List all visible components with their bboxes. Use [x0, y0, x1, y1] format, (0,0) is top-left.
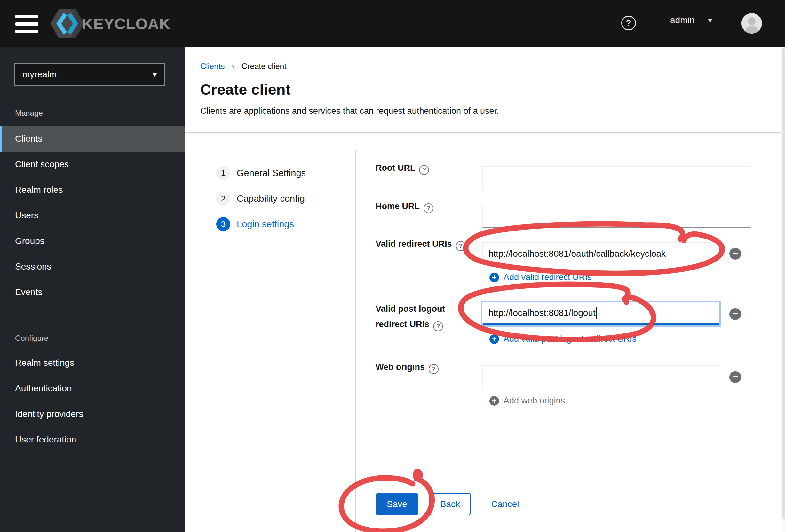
- login-settings-form: Root URL? Home URL? Valid redirect URIs?…: [376, 133, 781, 532]
- breadcrumb-separator-icon: ›: [232, 61, 234, 71]
- sidebar-item-realm-settings[interactable]: Realm settings: [0, 350, 185, 376]
- remove-post-logout-uri-button[interactable]: −: [729, 308, 741, 320]
- add-web-origins-link[interactable]: + Add web origins: [489, 396, 565, 406]
- plus-icon: +: [489, 335, 499, 344]
- remove-web-origin-button[interactable]: −: [729, 371, 741, 383]
- wizard-form-divider: [355, 150, 356, 532]
- step-label: Login settings: [237, 219, 294, 230]
- scrollbar-track[interactable]: [781, 47, 785, 532]
- brand-wordmark: KEYCLOAK: [82, 15, 171, 33]
- step-number: 3: [216, 217, 230, 231]
- hamburger-menu-icon[interactable]: [15, 15, 39, 33]
- valid-post-logout-redirect-uris-input[interactable]: http://localhost:8081/logout: [482, 302, 719, 325]
- sidebar-item-authentication[interactable]: Authentication: [0, 376, 185, 401]
- keycloak-admin-console: KEYCLOAK ? admin ▾ myrealm ▾ Manage Clie…: [0, 0, 785, 532]
- remove-redirect-uri-button[interactable]: −: [729, 248, 741, 260]
- sidebar-item-sessions[interactable]: Sessions: [0, 254, 185, 280]
- nav-group-configure-label: Configure: [15, 334, 48, 343]
- keycloak-logo: KEYCLOAK: [48, 6, 171, 42]
- step-label: General Settings: [237, 168, 306, 178]
- sidebar-item-client-scopes[interactable]: Client scopes: [0, 152, 185, 177]
- chevron-down-icon: ▾: [708, 15, 712, 25]
- main-content: Clients › Create client Create client Cl…: [185, 47, 781, 532]
- wizard-step-general-settings[interactable]: 1 General Settings: [216, 166, 306, 180]
- user-dropdown[interactable]: admin ▾: [670, 15, 712, 25]
- web-origins-input[interactable]: [482, 366, 719, 389]
- realm-name: myrealm: [22, 70, 57, 80]
- keycloak-logo-icon: [48, 7, 86, 40]
- root-url-input[interactable]: [482, 166, 751, 189]
- sidebar: myrealm ▾ Manage Clients Client scopes R…: [0, 47, 185, 532]
- avatar[interactable]: [741, 13, 762, 33]
- sidebar-item-events[interactable]: Events: [0, 280, 185, 305]
- nav-group-manage-label: Manage: [15, 109, 43, 118]
- help-icon[interactable]: ?: [456, 241, 466, 251]
- page-title: Create client: [200, 81, 290, 98]
- valid-post-logout-redirect-uris-label: Valid post logout redirect URIs?: [376, 301, 475, 332]
- home-url-label: Home URL?: [376, 198, 475, 214]
- home-url-input[interactable]: [482, 205, 751, 228]
- sidebar-item-groups[interactable]: Groups: [0, 228, 185, 254]
- page-subtitle: Clients are applications and services th…: [200, 106, 499, 116]
- help-icon[interactable]: ?: [419, 165, 429, 175]
- nav-manage: Clients Client scopes Realm roles Users …: [0, 126, 185, 305]
- sidebar-item-realm-roles[interactable]: Realm roles: [0, 177, 185, 203]
- masthead: KEYCLOAK ? admin ▾: [0, 0, 785, 47]
- form-actions: Save Back Cancel: [376, 493, 781, 515]
- chevron-down-icon: ▾: [153, 70, 157, 80]
- username-label: admin: [670, 15, 694, 25]
- add-valid-post-logout-redirect-uris-link[interactable]: + Add valid post logout redirect URIs: [489, 334, 637, 344]
- step-number: 1: [216, 166, 230, 180]
- text-cursor: [596, 307, 597, 319]
- sidebar-item-identity-providers[interactable]: Identity providers: [0, 401, 185, 427]
- root-url-label: Root URL?: [376, 160, 475, 176]
- valid-redirect-uris-label: Valid redirect URIs?: [376, 236, 475, 251]
- avatar-person-icon: [741, 13, 762, 33]
- nav-configure: Realm settings Authentication Identity p…: [0, 350, 185, 452]
- valid-redirect-uris-input[interactable]: http://localhost:8081/oauth/callback/key…: [482, 242, 719, 265]
- sidebar-item-users[interactable]: Users: [0, 203, 185, 228]
- plus-icon: +: [489, 396, 499, 406]
- save-button[interactable]: Save: [376, 493, 418, 515]
- back-button[interactable]: Back: [429, 493, 471, 515]
- help-icon[interactable]: ?: [429, 364, 438, 374]
- page-header: Clients › Create client Create client Cl…: [185, 47, 781, 133]
- step-number: 2: [216, 191, 230, 206]
- breadcrumb-clients-link[interactable]: Clients: [200, 62, 225, 71]
- plus-icon: +: [489, 273, 499, 282]
- wizard-step-login-settings[interactable]: 3 Login settings: [216, 217, 294, 231]
- cancel-button[interactable]: Cancel: [484, 493, 526, 515]
- help-icon[interactable]: ?: [621, 16, 636, 30]
- step-label: Capability config: [237, 193, 305, 204]
- breadcrumb-current: Create client: [242, 62, 286, 71]
- help-icon[interactable]: ?: [433, 321, 443, 331]
- scrollbar-thumb[interactable]: [782, 48, 785, 519]
- help-icon[interactable]: ?: [424, 203, 433, 213]
- sidebar-item-clients[interactable]: Clients: [0, 126, 185, 152]
- web-origins-label: Web origins?: [376, 360, 475, 375]
- sidebar-item-user-federation[interactable]: User federation: [0, 427, 185, 452]
- add-valid-redirect-uris-link[interactable]: + Add valid redirect URIs: [489, 272, 592, 282]
- wizard-step-capability-config[interactable]: 2 Capability config: [216, 191, 305, 206]
- sidebar-divider: [0, 97, 185, 97]
- realm-selector[interactable]: myrealm ▾: [15, 63, 165, 86]
- breadcrumb: Clients › Create client: [200, 61, 286, 71]
